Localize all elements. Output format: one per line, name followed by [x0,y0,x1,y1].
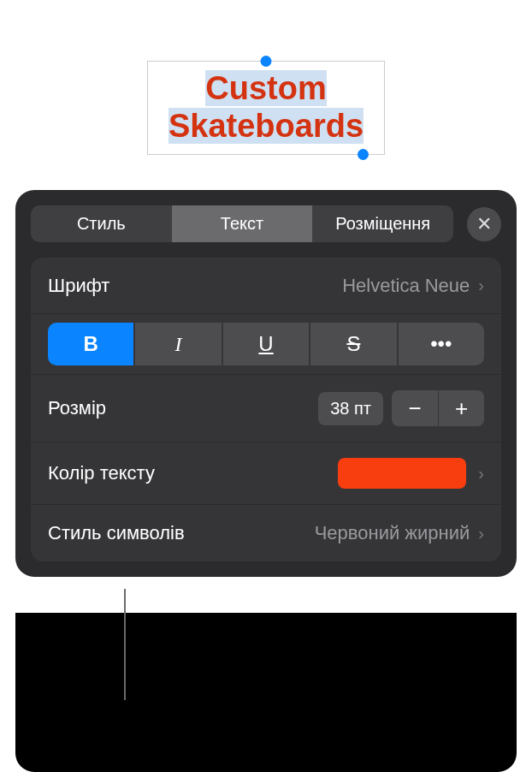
chevron-right-icon: › [478,464,484,484]
format-panel: Стиль Текст Розміщення ✕ Шрифт Helvetica… [15,190,517,577]
callout-line [124,589,126,700]
chevron-right-icon: › [478,276,484,295]
tab-style[interactable]: Стиль [31,205,172,242]
size-row: Розмір 38 пт − + [31,375,501,442]
italic-button[interactable]: I [135,323,221,365]
close-button[interactable]: ✕ [467,207,501,241]
font-value: Helvetica Neue [342,275,470,297]
character-style-value: Червоний жирний [315,522,470,544]
underline-button[interactable]: U [223,323,309,365]
tab-text[interactable]: Текст [172,205,313,242]
text-options-list: Шрифт Helvetica Neue › B I U S ••• Розмі… [31,258,501,561]
tab-arrange[interactable]: Розміщення [312,205,453,242]
text-line-2[interactable]: Skateboards [168,108,364,144]
text-color-swatch[interactable] [338,458,466,489]
chevron-right-icon: › [478,524,484,543]
selected-text-box[interactable]: Custom Skateboards [147,61,385,154]
selection-handle-top[interactable] [261,56,272,67]
bold-button[interactable]: B [48,323,133,365]
character-style-row[interactable]: Стиль символів Червоний жирний › [31,505,501,561]
size-controls: 38 пт − + [318,390,484,426]
font-row[interactable]: Шрифт Helvetica Neue › [31,258,501,314]
size-value[interactable]: 38 пт [318,392,383,425]
canvas-area: Custom Skateboards [0,0,532,190]
character-style-label: Стиль символів [48,522,315,544]
panel-tabbar: Стиль Текст Розміщення ✕ [15,205,517,258]
tab-segmented-control: Стиль Текст Розміщення [31,205,453,242]
size-label: Розмір [48,397,318,419]
font-label: Шрифт [48,275,342,297]
panel-lower-area [15,613,517,772]
size-increase-button[interactable]: + [438,390,484,426]
strikethrough-button[interactable]: S [310,323,396,365]
size-stepper: − + [392,390,484,426]
text-color-row[interactable]: Колір тексту › [31,442,501,505]
format-buttons-row: B I U S ••• [31,314,501,375]
text-color-label: Колір тексту [48,462,338,484]
close-icon: ✕ [476,213,492,235]
text-line-1[interactable]: Custom [205,70,326,106]
more-format-button[interactable]: ••• [399,323,484,365]
selection-handle-bottom[interactable] [358,149,369,160]
size-decrease-button[interactable]: − [392,390,438,426]
